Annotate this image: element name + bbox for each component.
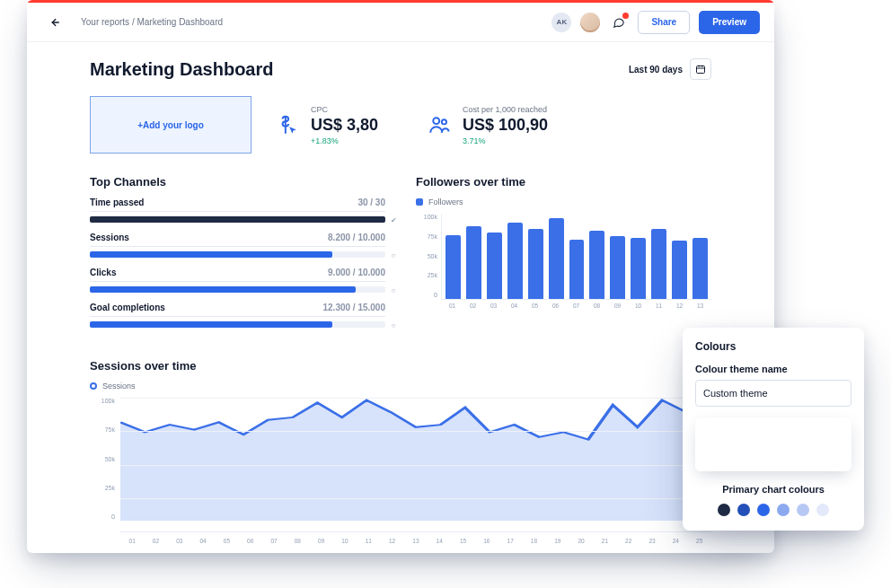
x-tick: 13	[693, 303, 708, 309]
date-range-selector[interactable]: Last 90 days	[629, 58, 711, 80]
calendar-button[interactable]	[690, 58, 711, 80]
chart-bar	[589, 231, 604, 299]
legend-swatch-icon	[416, 198, 423, 206]
content: Marketing Dashboard Last 90 days +Add yo…	[27, 42, 774, 552]
x-tick: 03	[486, 303, 501, 309]
progress-fill	[90, 286, 356, 293]
progress-track: ○	[90, 321, 385, 328]
colour-swatch[interactable]	[718, 504, 730, 516]
x-tick: 15	[451, 538, 474, 544]
x-tick: 02	[465, 303, 481, 309]
x-tick: 25	[688, 538, 711, 544]
chart-bar	[446, 235, 461, 299]
y-tick: 75k	[90, 426, 115, 433]
kpi-value: US$ 100,90	[463, 116, 548, 135]
add-logo-button[interactable]: +Add your logo	[90, 96, 251, 154]
sessions-legend: Sessions	[90, 382, 711, 391]
x-tick: 08	[286, 538, 309, 544]
chart-bar	[507, 223, 523, 300]
chart-bar	[528, 229, 543, 299]
svg-point-1	[433, 118, 439, 124]
colour-swatch[interactable]	[797, 504, 809, 516]
breadcrumb-current: Marketing Dashboard	[137, 17, 223, 27]
metric-label: Goal completions	[90, 303, 165, 312]
progress-end-icon: ✔	[389, 215, 398, 224]
metric-value: 8.200 / 10.000	[328, 233, 385, 242]
svg-point-2	[442, 119, 446, 124]
x-tick: 01	[120, 538, 144, 544]
y-tick: 50k	[90, 456, 115, 462]
kpi-row: +Add your logo CPC US$ 3,80 +1.83% Cost …	[90, 96, 711, 154]
x-tick: 10	[333, 538, 357, 544]
metric-row: Goal completions12.300 / 15.000○	[90, 303, 385, 328]
metric-row: Clicks9.000 / 10.000○	[90, 268, 385, 293]
y-tick: 100k	[90, 398, 115, 404]
x-tick: 05	[527, 303, 543, 309]
colour-swatch[interactable]	[737, 504, 750, 516]
arrow-left-icon	[48, 16, 60, 29]
progress-track: ○	[90, 286, 385, 293]
y-tick: 100k	[416, 214, 437, 220]
people-icon	[427, 112, 452, 137]
preview-button[interactable]: Preview	[699, 11, 760, 34]
chart-bar	[487, 233, 502, 299]
x-tick: 01	[445, 303, 460, 309]
theme-preview	[695, 417, 851, 471]
x-tick: 07	[569, 303, 584, 309]
colour-swatch[interactable]	[777, 504, 790, 516]
chart-bar	[672, 241, 687, 299]
x-tick: 09	[310, 538, 333, 544]
kpi-delta: +1.83%	[311, 136, 378, 145]
kpi-label: CPC	[311, 105, 378, 114]
chart-bar	[610, 236, 625, 299]
x-tick: 05	[215, 538, 238, 544]
followers-section: Followers over time Followers 100k75k50k…	[416, 175, 711, 338]
x-tick: 11	[651, 303, 666, 309]
app-header: Your reports / Marketing Dashboard AK Sh…	[27, 3, 774, 42]
followers-legend: Followers	[416, 197, 711, 206]
x-tick: 22	[617, 538, 640, 544]
x-tick: 16	[475, 538, 498, 544]
share-button[interactable]: Share	[638, 11, 690, 34]
section-title: Sessions over time	[90, 359, 711, 373]
progress-track: ✔	[90, 216, 385, 223]
breadcrumb[interactable]: Your reports / Marketing Dashboard	[81, 17, 537, 27]
x-tick: 14	[428, 538, 451, 544]
calendar-icon	[695, 64, 706, 75]
colours-panel: Colours Colour theme name Primary chart …	[683, 328, 864, 531]
x-tick: 24	[664, 538, 687, 544]
colour-swatch[interactable]	[757, 504, 770, 516]
svg-rect-0	[697, 66, 705, 74]
progress-fill	[90, 216, 385, 223]
section-title: Followers over time	[416, 175, 711, 189]
back-button[interactable]	[41, 10, 66, 35]
colour-swatch[interactable]	[816, 504, 829, 516]
y-tick: 50k	[416, 253, 437, 259]
y-tick: 0	[416, 292, 437, 298]
chart-bar	[549, 218, 564, 299]
date-range-label: Last 90 days	[629, 65, 683, 75]
kpi-label: Cost per 1,000 reached	[463, 105, 548, 114]
x-tick: 06	[239, 538, 262, 544]
chart-bar	[631, 238, 646, 299]
x-tick: 03	[168, 538, 191, 544]
metric-value: 30 / 30	[357, 197, 385, 207]
comments-button[interactable]	[609, 13, 629, 32]
x-tick: 06	[548, 303, 563, 309]
chart-bar	[569, 240, 585, 300]
x-tick: 13	[404, 538, 428, 544]
theme-name-input[interactable]	[695, 380, 851, 407]
cost-per-click-icon	[275, 112, 300, 137]
metric-label: Time passed	[90, 197, 144, 207]
sessions-section: Sessions over time Sessions 100k75k50k25…	[90, 359, 711, 532]
progress-fill	[90, 321, 332, 328]
top-channels-section: Top Channels Time passed30 / 30✔Sessions…	[90, 175, 385, 338]
avatar[interactable]: AK	[551, 13, 571, 32]
avatar-collaborator[interactable]	[580, 13, 600, 32]
title-row: Marketing Dashboard Last 90 days	[90, 58, 711, 80]
x-tick: 12	[672, 303, 687, 309]
progress-end-icon: ○	[389, 250, 398, 259]
theme-name-label: Colour theme name	[695, 364, 851, 374]
header-actions: AK Share Preview	[551, 11, 760, 34]
kpi-cpc: CPC US$ 3,80 +1.83%	[275, 96, 378, 154]
